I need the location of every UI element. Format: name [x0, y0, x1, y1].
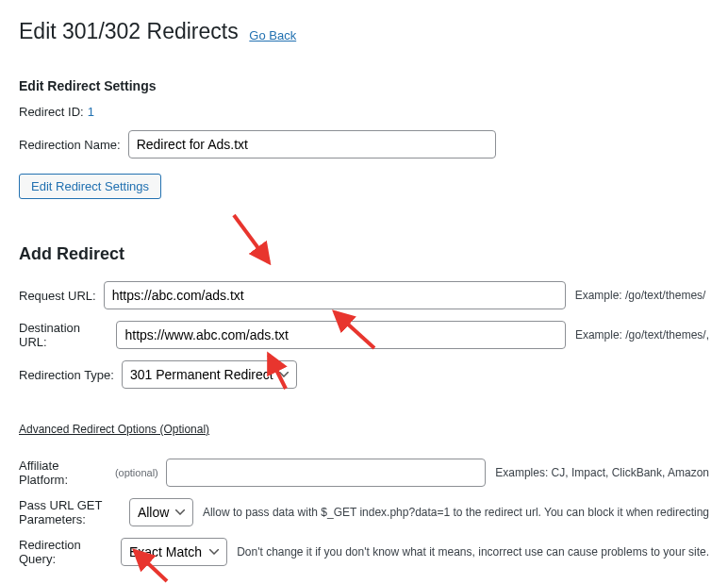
edit-settings-heading: Edit Redirect Settings: [19, 78, 709, 93]
pass-get-select[interactable]: Allow: [129, 498, 193, 526]
advanced-options-link[interactable]: Advanced Redirect Options (Optional): [19, 423, 209, 436]
redirection-type-label: Redirection Type:: [19, 368, 114, 382]
redirection-query-label: Redirection Query:: [19, 538, 113, 566]
go-back-link[interactable]: Go Back: [249, 28, 296, 42]
affiliate-platform-input[interactable]: [166, 459, 487, 487]
destination-url-input[interactable]: [116, 321, 565, 349]
redirection-type-select[interactable]: 301 Permanent Redirect: [122, 360, 297, 389]
affiliate-hint: Examples: CJ, Impact, ClickBank, Amazon: [495, 466, 709, 479]
affiliate-optional-text: (optional): [115, 467, 158, 478]
query-hint: Don't change it if you don't know what i…: [237, 545, 709, 559]
request-url-label: Request URL:: [19, 289, 96, 303]
destination-url-hint: Example: /go/text/themes/,: [575, 328, 709, 342]
pass-get-hint: Allow to pass data with $_GET index.php?…: [203, 506, 709, 519]
add-redirect-heading: Add Redirect: [19, 244, 709, 264]
redirect-id-value: 1: [88, 105, 94, 119]
pass-get-label: Pass URL GET Parameters:: [19, 498, 122, 526]
page-title: Edit 301/302 Redirects: [19, 19, 239, 44]
redirection-name-label: Redirection Name:: [19, 138, 121, 152]
redirect-id-label: Redirect ID:: [19, 105, 84, 119]
destination-url-label: Destination URL:: [19, 321, 108, 349]
request-url-input[interactable]: [104, 281, 566, 309]
arrow-annotation: [226, 208, 283, 276]
edit-redirect-settings-button[interactable]: Edit Redirect Settings: [19, 174, 161, 199]
redirection-name-input[interactable]: [128, 130, 496, 159]
request-url-hint: Example: /go/text/themes/: [575, 289, 706, 302]
redirection-query-select[interactable]: Exact Match: [121, 538, 227, 566]
affiliate-platform-label: Affiliate Platform:: [19, 459, 111, 487]
